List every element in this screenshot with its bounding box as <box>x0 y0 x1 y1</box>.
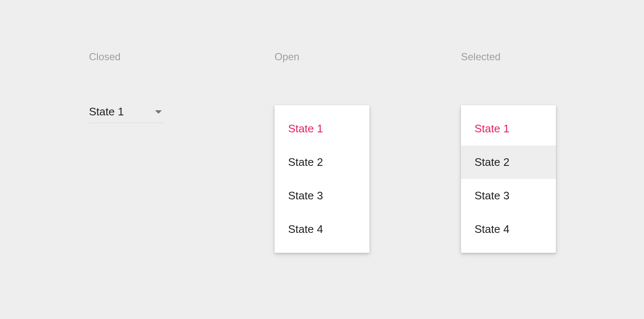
dropdown-open-panel: State 1 State 2 State 3 State 4 <box>275 105 369 253</box>
dropdown-item-state-4[interactable]: State 4 <box>461 213 556 246</box>
dropdown-closed[interactable]: State 1 <box>89 105 164 123</box>
dropdown-item-state-3[interactable]: State 3 <box>275 179 369 213</box>
column-closed: Closed State 1 <box>89 51 164 123</box>
dropdown-item-state-1[interactable]: State 1 <box>275 112 369 146</box>
dropdown-item-state-3[interactable]: State 3 <box>461 179 556 213</box>
column-selected: Selected State 1 State 2 State 3 State 4 <box>461 51 556 253</box>
column-label-open: Open <box>275 51 369 63</box>
dropdown-closed-value: State 1 <box>89 105 124 118</box>
dropdown-item-state-2[interactable]: State 2 <box>461 146 556 179</box>
dropdown-item-state-1[interactable]: State 1 <box>461 112 556 146</box>
column-label-selected: Selected <box>461 51 556 63</box>
dropdown-item-state-2[interactable]: State 2 <box>275 146 369 179</box>
chevron-down-icon <box>155 110 162 114</box>
column-open: Open State 1 State 2 State 3 State 4 <box>275 51 369 253</box>
dropdown-selected-panel: State 1 State 2 State 3 State 4 <box>461 105 556 253</box>
dropdown-item-state-4[interactable]: State 4 <box>275 213 369 246</box>
column-label-closed: Closed <box>89 51 164 63</box>
